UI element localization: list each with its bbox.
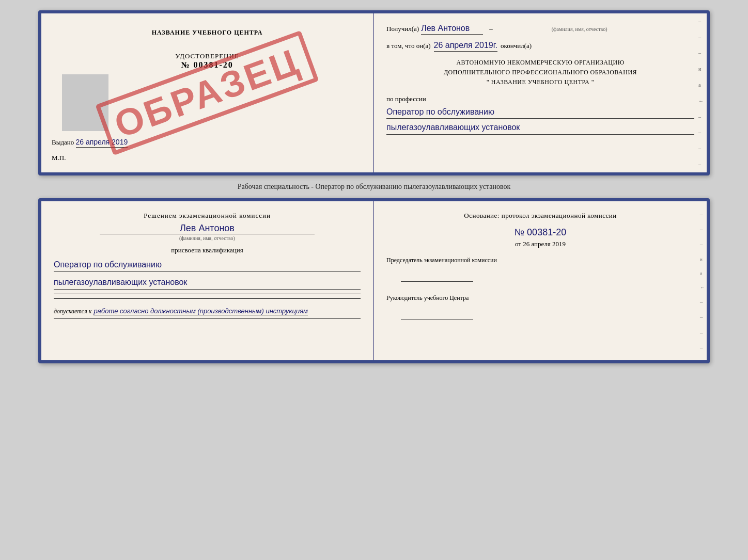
issued-prefix: Выдано — [52, 138, 74, 146]
profession-line1: Оператор по обслуживанию — [386, 105, 694, 119]
qmark-2: – — [700, 226, 705, 232]
mark-arrow: ← — [698, 98, 704, 104]
from-prefix: от — [515, 240, 521, 248]
date-line: в том, что он(а) 26 апреля 2019г. окончи… — [386, 41, 694, 52]
right-side-marks: – – – и а ← – – – – — [698, 13, 704, 172]
mark-6: – — [698, 146, 704, 151]
profession-block: по профессии Оператор по обслуживанию пы… — [386, 95, 694, 135]
mark-7: – — [698, 162, 704, 167]
completion-date: 26 апреля 2019г. — [434, 41, 497, 52]
director-block: Руководитель учебного Центра — [386, 294, 694, 322]
protocol-number: № 00381-20 — [386, 227, 694, 238]
admitted-text: допускается к работе согласно должностны… — [54, 307, 361, 315]
director-label: Руководитель учебного Центра — [386, 294, 694, 302]
qmark-7: – — [700, 344, 705, 350]
director-sig-line — [401, 319, 473, 319]
fio-hint: (фамилия, имя, отчество) — [528, 26, 631, 32]
qual-fio-hint: (фамилия, имя, отчество) — [115, 235, 299, 241]
mark-1: – — [698, 19, 704, 24]
qual-left-page: Решением экзаменационной комиссии Лев Ан… — [41, 201, 374, 360]
qmark-1: – — [700, 211, 705, 217]
date-prefix: в том, что он(а) — [386, 42, 431, 50]
profession-line2: пылегазоулавливающих установок — [386, 121, 694, 135]
mark-5: – — [698, 130, 704, 135]
qmark-и: и — [700, 257, 705, 262]
issued-date: Выдано 26 апреля 2019 — [52, 138, 128, 147]
qual-name: Лев Антонов — [100, 223, 315, 234]
basis-text: Основание: протокол экзаменационной коми… — [386, 212, 694, 220]
qmark-а: а — [700, 270, 705, 276]
qual-line2: пылегазоулавливающих установок — [54, 275, 361, 290]
received-line: Получил(а) Лев Антонов – (фамилия, имя, … — [386, 24, 694, 35]
cert-number: № 00381-20 — [54, 60, 361, 70]
mark-2: – — [698, 35, 704, 40]
chairman-block: Председатель экзаменационной комиссии — [386, 257, 694, 284]
qmark-4: – — [700, 299, 705, 305]
chairman-sig-line — [401, 281, 473, 282]
document-container: НАЗВАНИЕ УЧЕБНОГО ЦЕНТРА УДОСТОВЕРЕНИЕ №… — [38, 10, 710, 363]
recipient-name: Лев Антонов — [421, 24, 483, 35]
admitted-prefix: допускается к — [54, 308, 91, 315]
mark-и: и — [698, 66, 704, 72]
qmark-5: – — [700, 314, 705, 320]
org-line3: " НАЗВАНИЕ УЧЕБНОГО ЦЕНТРА " — [386, 77, 694, 87]
from-date: от 26 апреля 2019 — [386, 240, 694, 248]
mark-4: – — [698, 114, 704, 120]
org-block: АВТОНОМНУЮ НЕКОММЕРЧЕСКУЮ ОРГАНИЗАЦИЮ ДО… — [386, 58, 694, 88]
qual-line1: Оператор по обслуживанию — [54, 258, 361, 272]
qmark-arrow: ← — [700, 285, 705, 290]
org-line2: ДОПОЛНИТЕЛЬНОГО ПРОФЕССИОНАЛЬНОГО ОБРАЗО… — [386, 68, 694, 77]
mark-3: – — [698, 50, 704, 56]
cert-school-title: НАЗВАНИЕ УЧЕБНОГО ЦЕНТРА — [54, 29, 361, 37]
chairman-label: Председатель экзаменационной комиссии — [386, 257, 694, 264]
photo-placeholder — [62, 74, 108, 131]
middle-label: Рабочая специальность - Оператор по обсл… — [38, 181, 710, 193]
completed-suffix: окончил(а) — [501, 42, 532, 50]
profession-prefix: по профессии — [386, 95, 426, 103]
cert-number-section: УДОСТОВЕРЕНИЕ № 00381-20 — [54, 52, 361, 70]
cert-label: УДОСТОВЕРЕНИЕ — [54, 52, 361, 60]
decision-text: Решением экзаменационной комиссии — [54, 212, 361, 220]
mark-а: а — [698, 82, 704, 88]
cert-left-page: НАЗВАНИЕ УЧЕБНОГО ЦЕНТРА УДОСТОВЕРЕНИЕ №… — [41, 13, 374, 172]
issued-date-value: 26 апреля 2019 — [76, 138, 128, 148]
received-prefix: Получил(а) — [386, 25, 419, 33]
org-line1: АВТОНОМНУЮ НЕКОММЕРЧЕСКУЮ ОРГАНИЗАЦИЮ — [386, 58, 694, 68]
qmark-6: – — [700, 329, 705, 335]
cert-right-page: Получил(а) Лев Антонов – (фамилия, имя, … — [374, 13, 707, 172]
admitted-value: работе согласно должностным (производств… — [93, 307, 308, 315]
assigned-text: присвоена квалификация — [54, 246, 361, 254]
qmark-3: – — [700, 241, 705, 247]
qual-right-marks: – – – и а ← – – – – — [700, 206, 705, 355]
mp-label: М.П. — [52, 154, 66, 162]
qual-right-page: Основание: протокол экзаменационной коми… — [374, 201, 707, 360]
obrazec-watermark: ОБРАЗЕЦ — [95, 30, 319, 155]
from-date-value: 26 апреля 2019 — [523, 240, 566, 248]
qualification-book: Решением экзаменационной комиссии Лев Ан… — [38, 198, 710, 363]
certificate-book: НАЗВАНИЕ УЧЕБНОГО ЦЕНТРА УДОСТОВЕРЕНИЕ №… — [38, 10, 710, 175]
